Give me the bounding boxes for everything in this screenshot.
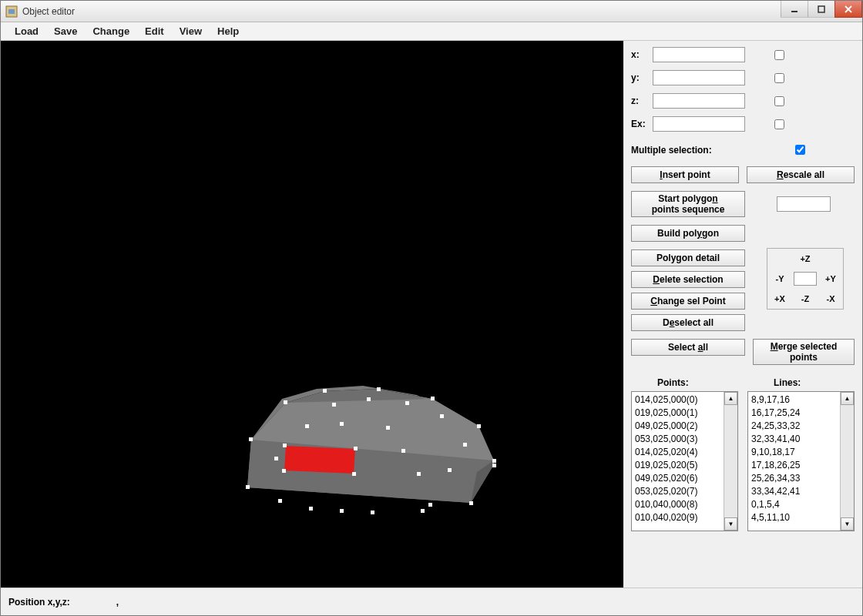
- list-item[interactable]: 0,1,5,4: [751, 498, 837, 511]
- nav-block: +Z -Y +Y +X -Z -X: [767, 248, 844, 310]
- svg-rect-36: [332, 403, 336, 407]
- svg-rect-18: [477, 424, 481, 428]
- rescale-all-button[interactable]: Rescale all: [747, 166, 855, 183]
- coord-row-y: y:: [631, 70, 855, 85]
- merge-selected-button[interactable]: Merge selectedpoints: [753, 339, 855, 365]
- list-item[interactable]: 4,5,11,10: [751, 511, 837, 524]
- delete-selection-button[interactable]: Delete selection: [631, 271, 745, 288]
- list-item[interactable]: 014,025,000(0): [635, 393, 720, 407]
- input-ex[interactable]: [653, 116, 745, 132]
- app-window: Object editor Load Save Change Edit View…: [0, 0, 863, 616]
- svg-rect-34: [305, 424, 309, 428]
- list-item[interactable]: 053,025,020(7): [635, 485, 720, 498]
- menu-view[interactable]: View: [172, 22, 210, 40]
- list-item[interactable]: 049,025,000(2): [635, 420, 720, 433]
- svg-rect-31: [417, 472, 421, 476]
- svg-rect-25: [282, 469, 286, 473]
- list-item[interactable]: 8,9,17,16: [751, 393, 837, 407]
- scroll-up-icon[interactable]: ▲: [841, 392, 854, 405]
- polygon-detail-button[interactable]: Polygon detail: [631, 249, 745, 266]
- minimize-button[interactable]: [781, 1, 808, 18]
- nav-minus-z[interactable]: -Z: [794, 291, 817, 306]
- menu-save[interactable]: Save: [46, 22, 85, 40]
- svg-rect-29: [448, 468, 452, 472]
- svg-rect-13: [249, 437, 253, 441]
- status-label: Position x,y,z:: [8, 597, 70, 608]
- nav-input[interactable]: [794, 272, 817, 286]
- scroll-down-icon[interactable]: ▼: [724, 517, 737, 531]
- input-z[interactable]: [653, 93, 745, 109]
- svg-rect-33: [340, 422, 344, 426]
- svg-rect-22: [283, 444, 287, 447]
- build-polygon-button[interactable]: Build polygon: [631, 225, 745, 242]
- nav-plus-z[interactable]: +Z: [794, 251, 817, 266]
- list-item[interactable]: 24,25,33,32: [751, 420, 837, 433]
- input-x[interactable]: [653, 47, 745, 62]
- list-item[interactable]: 33,34,42,41: [751, 485, 837, 498]
- list-item[interactable]: 010,040,020(9): [635, 511, 720, 524]
- nav-plus-x[interactable]: +X: [768, 291, 791, 306]
- list-item[interactable]: 049,025,020(6): [635, 472, 720, 485]
- polygon-seq-input[interactable]: [777, 196, 831, 212]
- lines-scrollbar[interactable]: ▲ ▼: [840, 392, 854, 531]
- svg-rect-27: [371, 511, 374, 514]
- input-y[interactable]: [653, 70, 745, 85]
- list-item[interactable]: 16,17,25,24: [751, 407, 837, 420]
- list-item[interactable]: 32,33,41,40: [751, 433, 837, 446]
- label-z: z:: [631, 95, 653, 106]
- points-scrollbar[interactable]: ▲ ▼: [724, 392, 737, 531]
- list-item[interactable]: 053,025,000(3): [635, 433, 720, 446]
- status-value: ,: [116, 597, 119, 608]
- svg-rect-16: [377, 387, 381, 391]
- nav-plus-y[interactable]: +Y: [819, 271, 842, 286]
- list-item[interactable]: 25,26,34,33: [751, 472, 837, 485]
- select-all-button[interactable]: Select all: [631, 339, 745, 356]
- svg-rect-30: [401, 449, 405, 453]
- svg-rect-12: [246, 485, 250, 489]
- svg-rect-15: [323, 389, 327, 393]
- multiple-selection-row: Multiple selection:: [631, 142, 855, 157]
- coord-row-z: z:: [631, 93, 855, 109]
- svg-rect-35: [274, 457, 278, 460]
- maximize-button[interactable]: [808, 1, 835, 18]
- menu-load[interactable]: Load: [7, 22, 46, 40]
- deselect-all-button[interactable]: Deselect all: [631, 314, 745, 331]
- menu-change[interactable]: Change: [85, 22, 137, 40]
- label-y: y:: [631, 72, 653, 83]
- menu-edit[interactable]: Edit: [137, 22, 172, 40]
- menu-help[interactable]: Help: [210, 22, 247, 40]
- check-x[interactable]: [774, 50, 784, 60]
- check-y[interactable]: [774, 73, 784, 83]
- start-polygon-button[interactable]: Start polygonpoints sequence: [631, 191, 745, 217]
- insert-point-button[interactable]: Insert point: [631, 166, 739, 183]
- list-item[interactable]: 9,10,18,17: [751, 446, 837, 459]
- list-item[interactable]: 17,18,26,25: [751, 459, 837, 472]
- close-button[interactable]: [834, 1, 862, 18]
- nav-minus-x[interactable]: -X: [819, 291, 842, 306]
- list-item[interactable]: 019,025,020(5): [635, 459, 720, 472]
- svg-rect-42: [340, 509, 344, 513]
- list-item[interactable]: 010,040,000(8): [635, 498, 720, 511]
- points-column: Points: 014,025,000(0)019,025,000(1)049,…: [631, 377, 738, 531]
- check-z[interactable]: [774, 96, 784, 106]
- viewport-canvas: [1, 41, 623, 588]
- workarea: x: y: z: Ex: Multiple selection:: [1, 41, 862, 588]
- lines-column: Lines: 8,9,17,1616,17,25,2424,25,33,3232…: [747, 377, 855, 531]
- list-item[interactable]: 019,025,000(1): [635, 407, 720, 420]
- scroll-up-icon[interactable]: ▲: [724, 392, 737, 405]
- statusbar: Position x,y,z: ,: [1, 588, 862, 615]
- app-icon: [5, 5, 18, 18]
- check-ex[interactable]: [774, 119, 784, 129]
- coord-row-ex: Ex:: [631, 116, 855, 132]
- list-item[interactable]: 014,025,020(4): [635, 446, 720, 459]
- lines-listbox[interactable]: 8,9,17,1616,17,25,2424,25,33,3232,33,41,…: [747, 391, 855, 531]
- nav-minus-y[interactable]: -Y: [768, 271, 791, 286]
- multiple-selection-check[interactable]: [795, 145, 805, 155]
- titlebar: Object editor: [1, 1, 862, 22]
- change-sel-point-button[interactable]: Change sel Point: [631, 293, 745, 310]
- scroll-down-icon[interactable]: ▼: [841, 517, 854, 531]
- label-x: x:: [631, 49, 653, 60]
- svg-rect-37: [367, 397, 371, 401]
- points-listbox[interactable]: 014,025,000(0)019,025,000(1)049,025,000(…: [631, 391, 738, 531]
- viewport-3d[interactable]: [1, 41, 623, 588]
